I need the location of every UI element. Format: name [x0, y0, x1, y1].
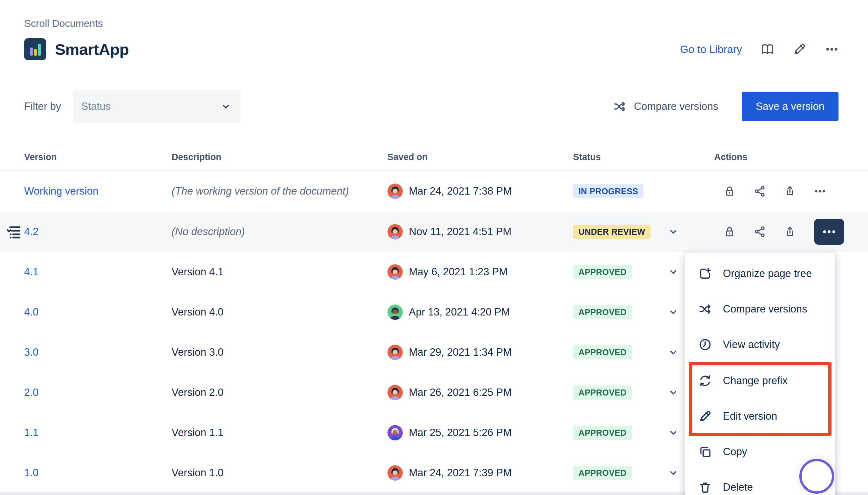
version-link[interactable]: 1.0 — [24, 467, 38, 479]
saved-on-date: May 6, 2021 1:23 PM — [409, 266, 508, 278]
version-tree-icon[interactable] — [6, 224, 21, 239]
column-header-actions: Actions — [714, 152, 868, 163]
chevron-down-icon[interactable] — [668, 427, 679, 438]
table-row: Working version (The working version of … — [0, 170, 868, 212]
share-icon[interactable] — [754, 185, 766, 197]
user-avatar — [387, 345, 403, 360]
chevron-down-icon[interactable] — [668, 307, 679, 318]
logo-bar-yellow — [34, 49, 37, 56]
logo-bar-teal — [38, 44, 41, 56]
book-icon[interactable] — [761, 42, 774, 56]
column-header-description: Description — [171, 152, 387, 163]
more-icon[interactable] — [825, 42, 838, 56]
saved-on-date: Mar 24, 2021 7:39 PM — [409, 467, 512, 479]
saved-on-date: Mar 26, 2021 6:25 PM — [409, 387, 512, 398]
menu-item-compare-versions[interactable]: Compare versions — [685, 291, 835, 327]
user-avatar — [387, 304, 403, 320]
version-link[interactable]: 4.2 — [24, 226, 38, 237]
version-description: Version 3.0 — [171, 346, 223, 358]
refresh-icon — [698, 374, 712, 388]
lock-icon[interactable] — [723, 185, 736, 197]
column-header-saved-on: Saved on — [387, 152, 573, 163]
chevron-down-icon[interactable] — [668, 467, 679, 478]
more-icon-active[interactable] — [814, 219, 844, 245]
pencil-icon — [698, 410, 712, 423]
version-description: Version 4.0 — [171, 306, 223, 318]
column-header-version: Version — [24, 152, 171, 163]
table-header: Version Description Saved on Status Acti… — [0, 152, 868, 170]
version-link[interactable]: 4.0 — [24, 306, 38, 318]
smartapp-logo — [24, 38, 46, 60]
pencil-icon[interactable] — [793, 42, 806, 56]
version-description: Version 1.0 — [171, 467, 223, 479]
saved-on-date: Mar 24, 2021 7:38 PM — [409, 185, 512, 197]
user-avatar — [387, 224, 403, 239]
title-row: SmartApp Go to Library — [24, 38, 838, 60]
header-actions: Go to Library — [680, 42, 838, 56]
saved-on-date: Apr 13, 2021 4:20 PM — [409, 306, 510, 318]
version-description: (No description) — [171, 226, 245, 237]
document-header: Scroll Documents SmartApp Go to Library — [0, 0, 868, 60]
clock-icon — [698, 338, 712, 351]
save-a-version-button[interactable]: Save a version — [742, 92, 838, 121]
more-icon[interactable] — [814, 185, 826, 197]
chevron-down-icon — [220, 101, 231, 112]
share-icon[interactable] — [754, 226, 766, 238]
toolbar: Filter by Status Compare versions Save a… — [0, 90, 868, 123]
status-badge[interactable]: APPROVED — [573, 345, 632, 359]
table-row: 4.2 (No description) Nov 11, 2021 4:51 P… — [0, 212, 868, 252]
shuffle-icon — [698, 303, 712, 316]
shuffle-icon — [613, 100, 627, 113]
saved-on-date: Mar 29, 2021 1:34 PM — [409, 346, 512, 358]
breadcrumb[interactable]: Scroll Documents — [24, 17, 838, 30]
saved-on-date: Mar 25, 2021 5:26 PM — [409, 427, 512, 439]
chevron-down-icon[interactable] — [668, 267, 679, 277]
row-actions — [714, 185, 868, 197]
status-badge[interactable]: APPROVED — [573, 305, 632, 319]
version-link[interactable]: 2.0 — [24, 387, 38, 398]
trash-icon — [698, 481, 712, 494]
status-filter-select[interactable]: Status — [73, 90, 240, 123]
status-badge: IN PROGRESS — [573, 184, 644, 198]
version-link[interactable]: Working version — [24, 185, 99, 197]
filter-by-label: Filter by — [24, 101, 61, 113]
chevron-down-icon[interactable] — [668, 387, 679, 398]
version-description: Version 1.1 — [171, 427, 223, 439]
chevron-down-icon[interactable] — [668, 226, 679, 237]
export-icon[interactable] — [784, 226, 796, 238]
user-avatar — [387, 264, 403, 280]
user-avatar — [387, 425, 403, 440]
go-to-library-link[interactable]: Go to Library — [680, 43, 742, 56]
version-link[interactable]: 1.1 — [24, 427, 38, 439]
page-title: SmartApp — [55, 40, 129, 58]
menu-item-organize-page-tree[interactable]: Organize page tree — [685, 256, 835, 291]
version-actions-menu: Organize page tree Compare versions View… — [685, 253, 835, 495]
menu-item-view-activity[interactable]: View activity — [685, 327, 835, 362]
version-description: Version 2.0 — [171, 387, 223, 398]
status-badge[interactable]: APPROVED — [573, 466, 632, 480]
menu-item-edit-version[interactable]: Edit version — [685, 398, 835, 434]
toolbar-right: Compare versions Save a version — [613, 92, 838, 121]
column-header-status: Status — [573, 152, 714, 163]
status-badge[interactable]: UNDER REVIEW — [573, 225, 651, 239]
status-badge[interactable]: APPROVED — [573, 265, 632, 279]
row-actions — [714, 219, 868, 245]
version-link[interactable]: 4.1 — [24, 266, 38, 278]
status-badge[interactable]: APPROVED — [573, 426, 632, 440]
logo-bar-purple — [30, 48, 33, 56]
user-avatar — [387, 465, 403, 481]
status-badge[interactable]: APPROVED — [573, 386, 632, 399]
menu-item-delete[interactable]: Delete — [685, 470, 835, 495]
menu-item-change-prefix[interactable]: Change prefix — [685, 363, 835, 398]
compare-versions-button[interactable]: Compare versions — [613, 100, 718, 113]
saved-on-date: Nov 11, 2021 4:51 PM — [409, 226, 512, 238]
status-filter-value: Status — [81, 101, 111, 113]
menu-item-copy[interactable]: Copy — [685, 434, 835, 470]
export-icon[interactable] — [784, 185, 796, 197]
lock-icon[interactable] — [723, 226, 736, 238]
scroll-documents-page: Scroll Documents SmartApp Go to Library … — [0, 0, 868, 495]
version-description: Version 4.1 — [171, 266, 223, 278]
chevron-down-icon[interactable] — [668, 347, 679, 358]
page-plus-icon — [698, 267, 712, 280]
version-link[interactable]: 3.0 — [24, 346, 38, 358]
